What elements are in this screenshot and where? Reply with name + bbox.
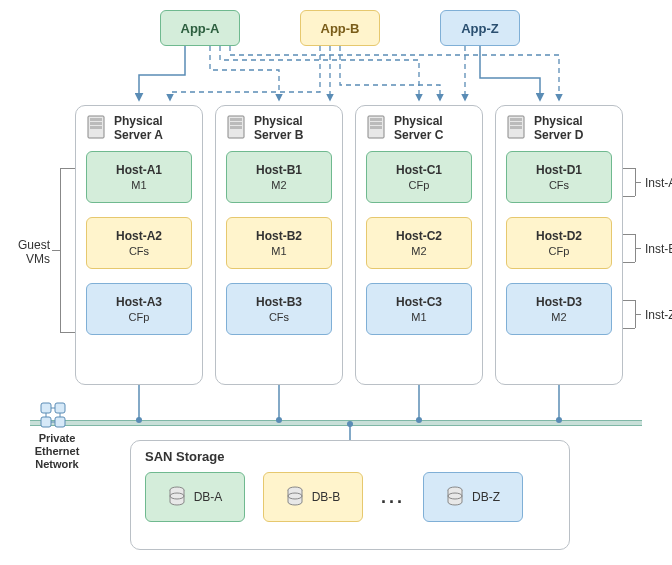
host-name: Host-B3 [256,295,302,309]
svg-rect-17 [55,403,65,413]
db-a: DB-A [145,472,245,522]
svg-rect-9 [370,118,382,121]
host-role: M1 [131,179,146,191]
host-name: Host-C1 [396,163,442,177]
host-name: Host-B1 [256,163,302,177]
server-icon [366,114,388,142]
label-private-ethernet: Private Ethernet Network [28,432,86,472]
host-name: Host-C3 [396,295,442,309]
physical-server-b: Physical Server B Host-B1 M2 Host-B2 M1 … [215,105,343,385]
svg-rect-1 [90,118,102,121]
server-header: Physical Server A [86,114,192,143]
host-role: CFp [409,179,430,191]
bracket-inst-a-tick [635,182,641,183]
bracket-inst-z-tick [635,314,641,315]
svg-rect-16 [41,403,51,413]
server-icon [506,114,528,142]
label-inst-a: Inst-A [645,176,672,190]
svg-rect-15 [510,126,522,129]
host-d2: Host-D2 CFp [506,217,612,269]
san-row: DB-A DB-B ... DB-Z [145,472,555,522]
host-name: Host-B2 [256,229,302,243]
app-box-a: App-A [160,10,240,46]
app-label: App-B [321,21,360,36]
server-title: Physical Server B [254,114,303,143]
bracket-inst-a-top [623,168,635,169]
database-icon [286,486,304,508]
host-name: Host-D1 [536,163,582,177]
server-icon [226,114,248,142]
bracket-vm-bot [60,332,75,333]
svg-rect-5 [230,118,242,121]
san-title: SAN Storage [145,449,555,464]
physical-server-d: Physical Server D Host-D1 CFs Host-D2 CF… [495,105,623,385]
bracket-inst-a-bot [623,196,635,197]
app-label: App-A [181,21,220,36]
host-a3: Host-A3 CFp [86,283,192,335]
bracket-inst-b-top [623,234,635,235]
host-role: CFp [129,311,150,323]
svg-rect-10 [370,122,382,125]
bracket-inst-z-top [623,300,635,301]
host-b3: Host-B3 CFs [226,283,332,335]
host-a1: Host-A1 M1 [86,151,192,203]
database-icon [446,486,464,508]
host-role: CFs [269,311,289,323]
host-role: CFs [129,245,149,257]
server-header: Physical Server D [506,114,612,143]
app-label: App-Z [461,21,499,36]
db-b: DB-B [263,472,363,522]
label-guest-vms: Guest VMs [18,238,50,266]
host-name: Host-A3 [116,295,162,309]
db-label: DB-B [312,490,341,504]
bracket-vm-v [60,168,61,332]
network-icon [38,400,68,433]
ellipsis: ... [381,487,405,508]
server-title: Physical Server C [394,114,443,143]
host-c3: Host-C3 M1 [366,283,472,335]
app-box-z: App-Z [440,10,520,46]
svg-rect-13 [510,118,522,121]
host-c2: Host-C2 M2 [366,217,472,269]
host-role: M2 [551,311,566,323]
host-role: CFp [549,245,570,257]
host-b1: Host-B1 M2 [226,151,332,203]
svg-rect-6 [230,122,242,125]
host-name: Host-D2 [536,229,582,243]
bracket-inst-b-tick [635,248,641,249]
server-header: Physical Server C [366,114,472,143]
svg-rect-18 [41,417,51,427]
host-name: Host-A2 [116,229,162,243]
host-b2: Host-B2 M1 [226,217,332,269]
db-label: DB-A [194,490,223,504]
server-icon [86,114,108,142]
database-icon [168,486,186,508]
physical-server-c: Physical Server C Host-C1 CFp Host-C2 M2… [355,105,483,385]
app-box-b: App-B [300,10,380,46]
host-role: CFs [549,179,569,191]
server-title: Physical Server D [534,114,583,143]
svg-rect-19 [55,417,65,427]
bracket-inst-z-bot [623,328,635,329]
host-role: M1 [271,245,286,257]
svg-rect-14 [510,122,522,125]
host-name: Host-D3 [536,295,582,309]
host-role: M2 [271,179,286,191]
db-label: DB-Z [472,490,500,504]
server-title: Physical Server A [114,114,163,143]
host-d3: Host-D3 M2 [506,283,612,335]
host-name: Host-C2 [396,229,442,243]
bracket-vm-top [60,168,75,169]
host-role: M1 [411,311,426,323]
db-z: DB-Z [423,472,523,522]
physical-server-a: Physical Server A Host-A1 M1 Host-A2 CFs… [75,105,203,385]
san-storage: SAN Storage DB-A DB-B ... D [130,440,570,550]
host-d1: Host-D1 CFs [506,151,612,203]
bracket-vm-tick [52,250,60,251]
label-inst-z: Inst-Z [645,308,672,322]
label-inst-b: Inst-B [645,242,672,256]
server-header: Physical Server B [226,114,332,143]
ethernet-bar [30,420,642,426]
bracket-inst-b-bot [623,262,635,263]
host-role: M2 [411,245,426,257]
